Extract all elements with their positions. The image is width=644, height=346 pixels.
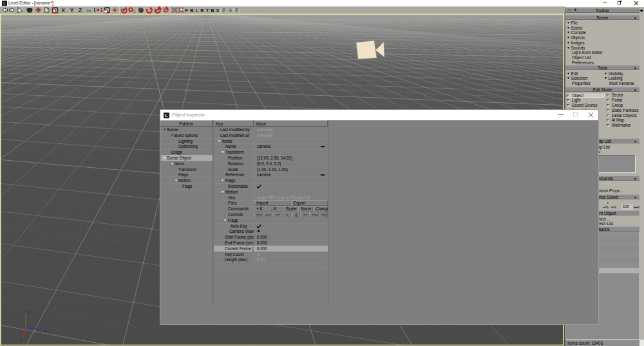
svg-text:Y: Y	[27, 311, 30, 314]
svg-text:A: A	[228, 8, 232, 14]
svg-text:Z: Z	[79, 7, 82, 14]
svg-text:zx: zx	[87, 8, 91, 13]
svg-text:F: F	[234, 8, 238, 14]
svg-text:P: P	[222, 8, 225, 14]
svg-text:X: X	[216, 8, 219, 14]
svg-text:X: X	[44, 329, 46, 333]
svg-text:R: R	[200, 8, 204, 14]
svg-text:B: B	[190, 8, 194, 14]
svg-text:X: X	[61, 7, 65, 14]
svg-text:T: T	[206, 8, 209, 14]
svg-text:B: B	[211, 8, 214, 14]
svg-text:Z: Z	[20, 338, 23, 342]
svg-text:F: F	[185, 8, 188, 14]
svg-text:L: L	[196, 8, 199, 14]
svg-text:Y: Y	[70, 7, 74, 14]
